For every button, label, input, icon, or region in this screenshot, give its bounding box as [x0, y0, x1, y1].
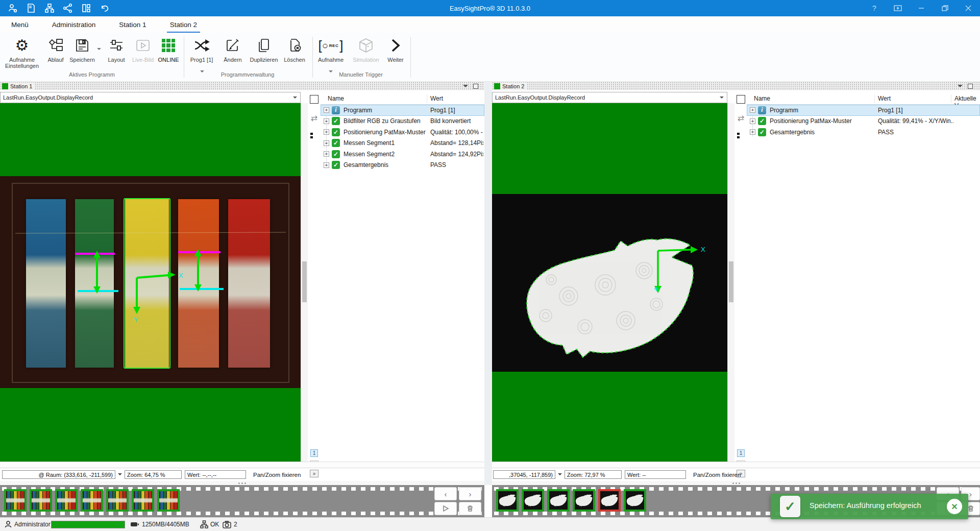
color-swatch-button[interactable] — [736, 95, 746, 104]
online-button[interactable]: ONLINE — [155, 36, 182, 63]
wert-field[interactable]: Wert: --,--,-- — [185, 470, 246, 479]
station1-horizontal-scrollbar[interactable] — [0, 462, 484, 468]
filmstrip-thumbnail[interactable] — [132, 489, 154, 512]
filmstrip-thumbnail[interactable] — [81, 489, 103, 512]
tab-station-1[interactable]: Station 1 — [112, 17, 153, 32]
speichern-dropdown-icon[interactable] — [97, 48, 101, 52]
trash-icon[interactable] — [459, 502, 481, 515]
table-row[interactable]: +✓ Bildfilter RGB zu GraustufenBild konv… — [321, 116, 484, 127]
station1-filmstrip: ‹ › — [0, 485, 484, 517]
aufnahme-trigger-button[interactable]: [○REC] Aufnahme — [315, 36, 346, 63]
station1-record-selector[interactable]: LastRun.EasyOutput.DisplayRecord — [0, 92, 301, 103]
station1-table-header[interactable]: Name Wert — [321, 93, 484, 105]
filmstrip-thumbnail-selected[interactable] — [598, 489, 621, 512]
station2-record-selector[interactable]: LastRun.EasyOutput.DisplayRecord — [492, 92, 727, 103]
column-wert[interactable]: Wert — [430, 95, 443, 102]
loeschen-button[interactable]: Löschen — [281, 36, 308, 63]
expand-icon[interactable]: + — [750, 129, 755, 135]
minimize-icon[interactable] — [910, 0, 933, 16]
expand-icon[interactable]: + — [324, 129, 329, 135]
zoom-field[interactable]: Zoom: 72,97 % — [565, 470, 622, 479]
dock-window-icon[interactable] — [886, 0, 910, 16]
expand-icon[interactable]: + — [750, 118, 755, 124]
station2-image-view[interactable]: X — [492, 103, 727, 462]
filmstrip-thumbnail[interactable] — [547, 489, 570, 512]
filmstrip-thumbnail[interactable] — [157, 489, 180, 512]
filmstrip-thumbnail[interactable] — [573, 489, 595, 512]
tab-station-2[interactable]: Station 2 — [163, 17, 204, 32]
aendern-button[interactable]: Ändern — [219, 36, 246, 63]
filmstrip-prev-button[interactable]: ‹ — [434, 487, 457, 500]
program-select-button[interactable]: Prog1 [1] — [186, 36, 217, 63]
swap-view-icon[interactable]: ⇄ — [736, 113, 746, 123]
filmstrip-thumbnail[interactable] — [624, 489, 646, 512]
filmstrip-thumbnail[interactable] — [522, 489, 544, 512]
table-row[interactable]: +✓ Messen Segment2Abstand= 124,92Pix — [321, 149, 484, 160]
close-icon[interactable] — [957, 0, 980, 16]
table-row[interactable]: +i ProgrammProg1 [1] — [747, 105, 980, 116]
station2-vertical-scrollbar[interactable] — [727, 103, 734, 462]
station2-maximize-icon[interactable] — [968, 84, 973, 89]
filmstrip-thumbnail[interactable] — [30, 489, 52, 512]
filmstrip-play-button[interactable] — [434, 502, 457, 515]
aufnahme-einstellungen-button[interactable]: ⚙ Aufnahme Einstellungen — [3, 36, 41, 69]
raum-field[interactable]: ,37045, -117,859) — [493, 470, 555, 479]
ablauf-button[interactable]: Ablauf — [43, 36, 68, 63]
table-row[interactable]: +i ProgrammProg1 [1] — [321, 105, 484, 116]
zoom-field[interactable]: Zoom: 64,75 % — [125, 470, 182, 479]
filmstrip-thumbnail[interactable] — [4, 489, 27, 512]
station1-header-dropdown-icon[interactable] — [463, 85, 468, 90]
station1-vertical-scrollbar[interactable] — [301, 103, 308, 462]
expand-icon[interactable]: + — [324, 140, 329, 146]
filmstrip-thumbnail[interactable] — [106, 489, 129, 512]
raum-dropdown-icon[interactable] — [118, 473, 122, 477]
column-wert[interactable]: Wert — [878, 95, 891, 102]
pan-zoom-lock-label[interactable]: Pan/Zoom fixieren — [693, 472, 741, 478]
station2-table-header[interactable]: Name Wert Aktuelle V — [747, 93, 980, 105]
station1-green-band-bottom — [0, 388, 301, 462]
expand-icon[interactable]: + — [324, 162, 329, 168]
expand-icon[interactable]: + — [324, 107, 329, 113]
station1-image-view[interactable]: X Y — [0, 103, 301, 462]
filmstrip-thumbnail[interactable] — [496, 489, 519, 512]
table-row[interactable]: +✓ Positionierung PatMax-MusterQualität:… — [321, 127, 484, 138]
toast-close-icon[interactable]: ✕ — [947, 499, 962, 514]
table-row[interactable]: +✓ Messen Segment1Abstand= 128,14Pix — [321, 138, 484, 149]
table-row[interactable]: +✓ GesamtergebnisPASS — [747, 127, 980, 138]
expand-icon[interactable]: + — [324, 118, 329, 124]
raum-dropdown-icon[interactable] — [558, 473, 562, 477]
help-icon[interactable]: ? — [863, 0, 886, 16]
duplizieren-button[interactable]: Duplizieren — [247, 36, 281, 63]
wert-field[interactable]: Wert: -- — [625, 470, 686, 479]
table-row[interactable]: +✓ GesamtergebnisPASS — [321, 160, 484, 171]
table-row[interactable]: +✓ Positionierung PatMax-MusterQualität:… — [747, 116, 980, 127]
raum-field[interactable]: @ Raum: (333,616, -211,599) — [2, 470, 115, 479]
station2-splitter-grip[interactable] — [492, 481, 980, 485]
color-swatch-button[interactable] — [309, 95, 320, 104]
station2-header-dropdown-icon[interactable] — [958, 85, 963, 90]
station1-maximize-icon[interactable] — [473, 84, 478, 89]
flowchart-icon — [43, 36, 68, 55]
swap-view-icon[interactable]: ⇄ — [309, 113, 320, 123]
station2-page-badge[interactable]: 1 — [736, 449, 746, 457]
maximize-icon[interactable] — [933, 0, 957, 16]
record-list-icon[interactable] — [736, 132, 746, 140]
expand-icon[interactable]: + — [750, 107, 755, 113]
pan-zoom-lock-label[interactable]: Pan/Zoom fixieren — [253, 472, 301, 478]
speichern-button[interactable]: Speichern — [68, 36, 96, 63]
panel-splitter[interactable] — [484, 82, 492, 485]
filmstrip-thumbnail[interactable] — [55, 489, 78, 512]
layout-button[interactable]: Layout — [102, 36, 131, 63]
weiter-button[interactable]: Weiter — [384, 36, 407, 63]
station1-page-badge[interactable]: 1 — [309, 449, 320, 457]
column-name[interactable]: Name — [754, 95, 770, 102]
expand-icon[interactable]: + — [324, 151, 329, 157]
tab-administration[interactable]: Administration — [45, 17, 103, 32]
filmstrip-next-button[interactable]: › — [459, 487, 481, 500]
record-list-icon[interactable] — [309, 132, 320, 140]
cube-icon — [350, 36, 382, 55]
station2-horizontal-scrollbar[interactable] — [492, 462, 980, 468]
column-name[interactable]: Name — [328, 95, 344, 102]
station1-splitter-grip[interactable] — [0, 481, 484, 485]
menu-button[interactable]: Menü — [4, 17, 36, 32]
